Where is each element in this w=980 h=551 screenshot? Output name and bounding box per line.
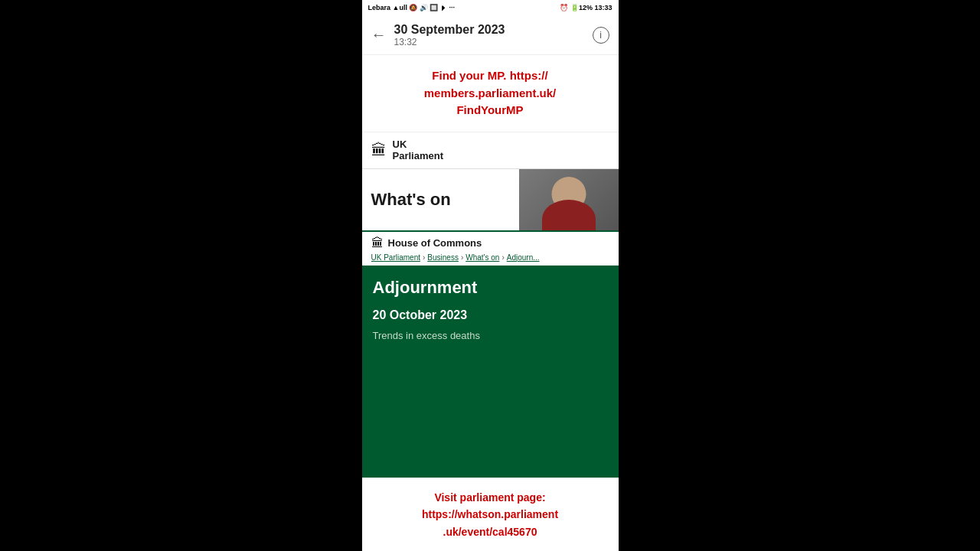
- breadcrumb-sep-3: ›: [501, 253, 504, 262]
- whats-on-text-area: What's on: [362, 169, 519, 230]
- status-right: ⏰ 🔋12% 13:33: [560, 4, 612, 11]
- adjournment-section: Adjournment 20 October 2023 Trends in ex…: [362, 266, 619, 478]
- parliament-name: UKParliament: [393, 139, 443, 162]
- app-bar-time: 13:32: [394, 37, 593, 47]
- speaker-image: [519, 169, 619, 230]
- breadcrumb-sep-1: ›: [423, 253, 425, 262]
- visit-banner-text: Visit parliament page:https://whatson.pa…: [377, 489, 603, 540]
- breadcrumb-adjourn[interactable]: Adjourn...: [507, 253, 540, 262]
- whats-on-title: What's on: [371, 190, 451, 210]
- status-bar: Lebara ▲ull 🔕 🔊 🔲 ⏵ ··· ⏰ 🔋12% 13:33: [362, 0, 619, 15]
- visit-banner: Visit parliament page:https://whatson.pa…: [362, 478, 619, 551]
- app-bar-title: 30 September 2023 13:32: [394, 23, 593, 47]
- hoc-header: 🏛 House of Commons: [371, 236, 609, 250]
- whats-on-section: What's on: [362, 169, 619, 232]
- hoc-logo-icon: 🏛: [371, 236, 384, 250]
- back-button[interactable]: ←: [371, 26, 387, 44]
- adjournment-date: 20 October 2023: [373, 308, 608, 322]
- phone-screen: Lebara ▲ull 🔕 🔊 🔲 ⏵ ··· ⏰ 🔋12% 13:33 ← 3…: [362, 0, 619, 551]
- find-mp-banner: Find your MP. https://members.parliament…: [362, 55, 619, 132]
- app-bar-date: 30 September 2023: [394, 23, 593, 37]
- carrier-signal: Lebara ▲ull 🔕 🔊 🔲 ⏵ ···: [368, 4, 455, 11]
- app-bar: ← 30 September 2023 13:32 i: [362, 15, 619, 55]
- hoc-nav: 🏛 House of Commons UK Parliament › Busin…: [362, 232, 619, 266]
- breadcrumb-whatson[interactable]: What's on: [466, 253, 499, 262]
- hoc-name: House of Commons: [388, 237, 482, 249]
- adjournment-title: Adjournment: [373, 278, 608, 298]
- breadcrumb: UK Parliament › Business › What's on › A…: [371, 253, 609, 262]
- info-button[interactable]: i: [593, 27, 609, 44]
- adjournment-subtitle: Trends in excess deaths: [373, 330, 608, 341]
- breadcrumb-parliament[interactable]: UK Parliament: [371, 253, 420, 262]
- breadcrumb-sep-2: ›: [461, 253, 463, 262]
- find-mp-text: Find your MP. https://members.parliament…: [377, 67, 603, 119]
- parliament-logo-icon: 🏛: [371, 142, 387, 159]
- parliament-header: 🏛 UKParliament: [362, 132, 619, 169]
- breadcrumb-business[interactable]: Business: [427, 253, 459, 262]
